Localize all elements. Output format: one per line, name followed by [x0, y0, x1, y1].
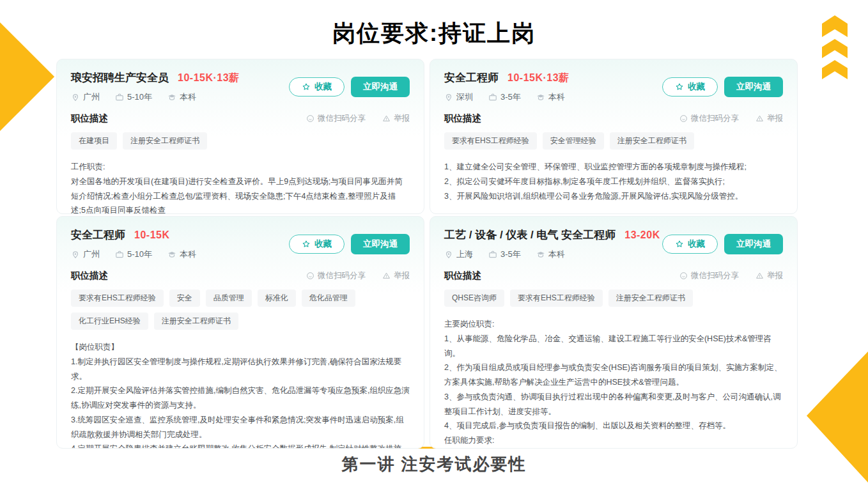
- job-degree: 本科: [536, 91, 565, 103]
- description-line: 主要岗位职责:: [444, 317, 783, 332]
- job-salary: 10-15K·13薪: [178, 72, 240, 85]
- favorite-button[interactable]: 收藏: [289, 235, 345, 254]
- wechat-share-link[interactable]: 微信扫码分享: [679, 270, 739, 281]
- job-experience: 5-10年: [115, 249, 152, 260]
- briefcase-icon: [115, 93, 124, 102]
- favorite-button[interactable]: 收藏: [662, 77, 718, 97]
- briefcase-icon: [115, 250, 124, 259]
- star-icon: [675, 240, 684, 249]
- job-experience: 3-5年: [488, 91, 521, 103]
- job-city: 广州: [71, 249, 100, 260]
- job-tag[interactable]: 在建项目: [71, 132, 117, 150]
- job-desc-heading: 职位描述: [71, 112, 108, 125]
- chat-bubble-icon: [306, 114, 314, 123]
- job-tag[interactable]: 注册安全工程师证书: [610, 132, 694, 150]
- star-icon: [302, 240, 311, 249]
- wechat-share-link[interactable]: 微信扫码分享: [306, 270, 366, 281]
- briefcase-icon: [488, 250, 497, 259]
- location-pin-icon: [71, 250, 80, 259]
- location-pin-icon: [444, 93, 453, 102]
- report-link[interactable]: 举报: [756, 113, 783, 124]
- job-tags: 在建项目注册安全工程师证书: [71, 132, 410, 150]
- job-title[interactable]: 安全工程师: [71, 228, 125, 242]
- favorite-label: 收藏: [688, 238, 705, 250]
- location-pin-icon: [71, 93, 80, 102]
- description-line: 任职能力要求:: [444, 433, 783, 448]
- job-tag[interactable]: 安全管理经验: [543, 132, 604, 150]
- job-city: 深圳: [444, 91, 473, 103]
- chat-bubble-icon: [306, 272, 314, 280]
- job-tag[interactable]: 化工行业EHS经验: [71, 313, 148, 330]
- job-description: 工作职责:对全国各地的开发项目(在建项目)进行安全检查及评价。早上9点到达现场;…: [71, 160, 410, 214]
- chat-now-button[interactable]: 立即沟通: [351, 234, 410, 254]
- wechat-share-link[interactable]: 微信扫码分享: [306, 113, 366, 124]
- star-icon: [302, 82, 311, 91]
- job-description: 【岗位职责】1.制定并执行园区安全管理制度与操作规程,定期评估执行效果并修订完善…: [71, 340, 410, 449]
- wechat-share-link[interactable]: 微信扫码分享: [679, 113, 739, 124]
- description-line: 3、参与或负责沟通、协调项目执行过程出现中的各种偏离和变更,及时与客户、公司沟通…: [444, 390, 783, 419]
- description-line: 1、建立健全公司安全管理、环保管理、职业监控管理方面的各项规章制度与操作规程;: [444, 160, 783, 174]
- experience-label: 5-10年: [127, 249, 152, 260]
- job-degree: 本科: [167, 249, 196, 260]
- job-salary: 10-15K: [134, 229, 169, 241]
- job-title[interactable]: 安全工程师: [444, 70, 499, 85]
- job-cards-grid: 琅安招聘生产安全员 10-15K·13薪 广州 5-10年 本科: [56, 59, 798, 449]
- description-line: 2.定期开展安全风险评估并落实管控措施,编制自然灾害、危化品泄漏等专项应急预案,…: [71, 383, 410, 413]
- experience-label: 3-5年: [500, 249, 521, 260]
- job-desc-heading: 职位描述: [444, 270, 481, 282]
- job-tag[interactable]: 注册安全工程师证书: [608, 290, 693, 307]
- job-card: 安全工程师 10-15K 广州 5-10年 本科: [56, 216, 424, 449]
- job-tag[interactable]: 注册安全工程师证书: [154, 313, 238, 330]
- job-city: 上海: [444, 249, 473, 260]
- degree-label: 本科: [180, 249, 196, 260]
- job-tag[interactable]: 安全: [169, 290, 200, 307]
- report-link[interactable]: 举报: [382, 113, 410, 124]
- report-link[interactable]: 举报: [756, 270, 783, 281]
- job-description: 主要岗位职责:1、从事能源、危险化学品、冶金、交通运输、建设工程施工等行业的安全…: [444, 317, 783, 449]
- footer-caption: 第一讲 注安考试必要性: [0, 453, 868, 475]
- description-line: 4、项目完成后,参与或负责项目报告的编制、出版以及相关资料的整理、存档等。: [444, 419, 783, 433]
- location-pin-icon: [444, 250, 453, 259]
- job-tag[interactable]: 要求有EHS工程师经验: [71, 290, 164, 307]
- job-city: 广州: [71, 91, 100, 103]
- job-tag[interactable]: 标准化: [258, 290, 296, 307]
- job-salary: 13-20K: [624, 229, 660, 241]
- chat-now-button[interactable]: 立即沟通: [351, 77, 410, 97]
- job-salary: 10-15K·13薪: [508, 72, 570, 85]
- job-tags: 要求有EHS工程师经验安全品质管理标准化危化品管理化工行业EHS经验注册安全工程…: [71, 290, 410, 330]
- degree-label: 本科: [180, 91, 196, 103]
- favorite-button[interactable]: 收藏: [289, 77, 345, 97]
- description-line: 工作职责:: [71, 160, 410, 174]
- description-line: 对全国各地的开发项目(在建项目)进行安全检查及评价。早上9点到达现场;与项目同事…: [71, 174, 410, 214]
- job-tag[interactable]: QHSE咨询师: [444, 290, 504, 307]
- favorite-button[interactable]: 收藏: [662, 235, 718, 254]
- favorite-label: 收藏: [314, 238, 332, 250]
- degree-label: 本科: [548, 91, 565, 103]
- description-line: 1、从事能源、危险化学品、冶金、交通运输、建设工程施工等行业的安全(HSE)技术…: [444, 332, 783, 361]
- job-title[interactable]: 工艺 / 设备 / 仪表 / 电气 安全工程师: [444, 228, 616, 242]
- job-tag[interactable]: 危化品管理: [302, 290, 355, 307]
- job-desc-heading: 职位描述: [71, 270, 108, 282]
- job-tag[interactable]: 要求有EHS工程师经验: [444, 132, 537, 150]
- report-label: 举报: [767, 270, 783, 281]
- chevron-up-icon: [822, 15, 848, 37]
- job-tag[interactable]: 要求有EHS工程师经验: [510, 290, 603, 307]
- job-title[interactable]: 琅安招聘生产安全员: [71, 70, 169, 85]
- job-tags: QHSE咨询师要求有EHS工程师经验注册安全工程师证书: [444, 290, 783, 307]
- chat-now-button[interactable]: 立即沟通: [724, 234, 783, 254]
- job-tag[interactable]: 品质管理: [206, 290, 252, 307]
- job-tag[interactable]: 注册安全工程师证书: [123, 132, 207, 150]
- experience-label: 5-10年: [127, 91, 152, 103]
- report-link[interactable]: 举报: [382, 270, 410, 281]
- briefcase-icon: [488, 93, 497, 102]
- chat-now-button[interactable]: 立即沟通: [724, 77, 783, 97]
- description-line: 3、开展风险知识培训,组织梳理公司各业务危险源,开展风险评估,实现风险分级管控。: [444, 189, 783, 204]
- chevron-up-icon: [822, 60, 848, 79]
- job-experience: 5-10年: [115, 91, 152, 103]
- city-label: 广州: [83, 91, 100, 103]
- report-label: 举报: [394, 270, 410, 281]
- chat-bubble-icon: [679, 114, 688, 123]
- graduation-cap-icon: [536, 250, 545, 259]
- warning-triangle-icon: [382, 272, 391, 280]
- graduation-cap-icon: [167, 93, 176, 102]
